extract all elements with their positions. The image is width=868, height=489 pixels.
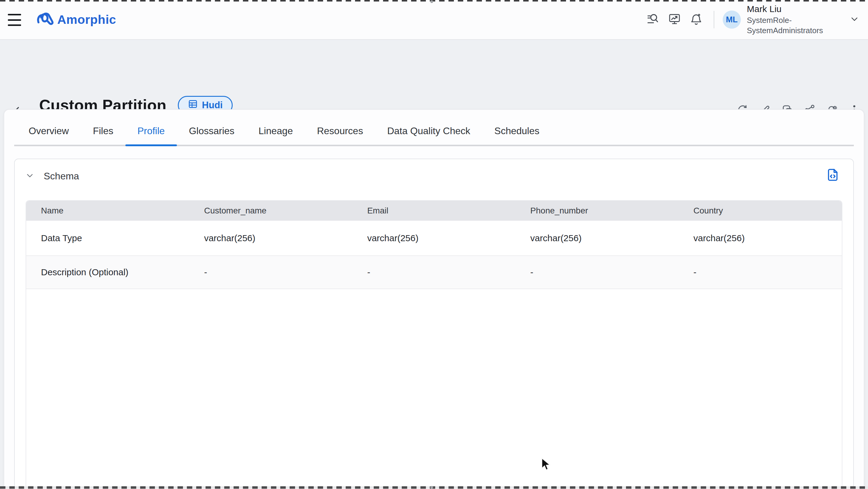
tab-schedules[interactable]: Schedules bbox=[482, 116, 551, 145]
cell-value: varchar(256) bbox=[516, 233, 679, 243]
search-icon bbox=[646, 12, 659, 27]
user-role: SystemRole-SystemAdministrators bbox=[747, 16, 826, 36]
cell-value: - bbox=[352, 267, 516, 277]
cell-value: varchar(256) bbox=[189, 233, 352, 243]
cell-value: - bbox=[516, 267, 679, 277]
table-row-data-type: Data Type varchar(256) varchar(256) varc… bbox=[26, 221, 842, 256]
user-menu[interactable]: ML Mark Liu SystemRole-SystemAdministrat… bbox=[723, 4, 860, 36]
schema-title: Schema bbox=[44, 171, 79, 182]
tab-profile[interactable]: Profile bbox=[125, 116, 177, 145]
tab-resources[interactable]: Resources bbox=[305, 116, 375, 145]
table-row-description: Description (Optional) - - - - bbox=[26, 256, 842, 289]
tab-overview[interactable]: Overview bbox=[17, 116, 81, 145]
avatar: ML bbox=[723, 10, 741, 29]
amorphic-logo-icon bbox=[37, 11, 56, 28]
column-header-name: Name bbox=[26, 206, 189, 216]
cell-value: - bbox=[189, 267, 352, 277]
row-label: Data Type bbox=[26, 233, 189, 243]
hamburger-menu-icon[interactable] bbox=[8, 14, 22, 26]
tab-bar: Overview Files Profile Glossaries Lineag… bbox=[14, 110, 854, 146]
content-card: Overview Files Profile Glossaries Lineag… bbox=[4, 109, 864, 489]
chevron-down-icon bbox=[25, 171, 35, 182]
user-name: Mark Liu bbox=[747, 4, 826, 14]
column-header-customer-name: Customer_name bbox=[189, 206, 352, 216]
column-header-phone-number: Phone_number bbox=[516, 206, 679, 216]
app-bar: Amorphic bbox=[0, 0, 868, 40]
metrics-button[interactable] bbox=[666, 11, 683, 28]
schema-header: Schema bbox=[15, 159, 853, 193]
notifications-bell-icon bbox=[689, 12, 703, 27]
schema-table: Name Customer_name Email Phone_number Co… bbox=[26, 200, 842, 489]
cell-value: varchar(256) bbox=[679, 233, 842, 243]
window-bottom-resize-dot bbox=[430, 486, 433, 489]
brand-name: Amorphic bbox=[57, 13, 116, 27]
collapse-schema-button[interactable] bbox=[24, 171, 35, 182]
window-top-resize-dot bbox=[430, 0, 433, 3]
column-header-email: Email bbox=[352, 206, 516, 216]
search-button[interactable] bbox=[644, 11, 661, 28]
mouse-cursor bbox=[541, 458, 552, 473]
brand-logo[interactable]: Amorphic bbox=[37, 11, 116, 28]
cell-value: varchar(256) bbox=[352, 233, 516, 243]
cell-value: - bbox=[679, 267, 842, 277]
column-header-country: Country bbox=[679, 206, 842, 216]
table-header-row: Name Customer_name Email Phone_number Co… bbox=[26, 201, 842, 221]
page-header: Custom Partition Hudi Created By Mark Li… bbox=[0, 40, 868, 109]
window-bottom-edge bbox=[0, 486, 868, 489]
code-file-icon bbox=[826, 167, 840, 183]
tab-lineage[interactable]: Lineage bbox=[247, 116, 305, 145]
tab-glossaries[interactable]: Glossaries bbox=[177, 116, 247, 145]
chevron-down-icon bbox=[849, 14, 860, 25]
tab-files[interactable]: Files bbox=[81, 116, 125, 145]
metrics-monitor-icon bbox=[668, 12, 681, 27]
appbar-divider bbox=[714, 11, 714, 28]
schema-section: Schema Name Customer_name Email Phone_nu… bbox=[14, 159, 854, 489]
notifications-button[interactable] bbox=[688, 11, 705, 28]
tab-data-quality-check[interactable]: Data Quality Check bbox=[375, 116, 483, 145]
row-label: Description (Optional) bbox=[26, 267, 189, 277]
window-top-edge bbox=[0, 0, 868, 1]
view-schema-json-button[interactable] bbox=[824, 167, 841, 184]
